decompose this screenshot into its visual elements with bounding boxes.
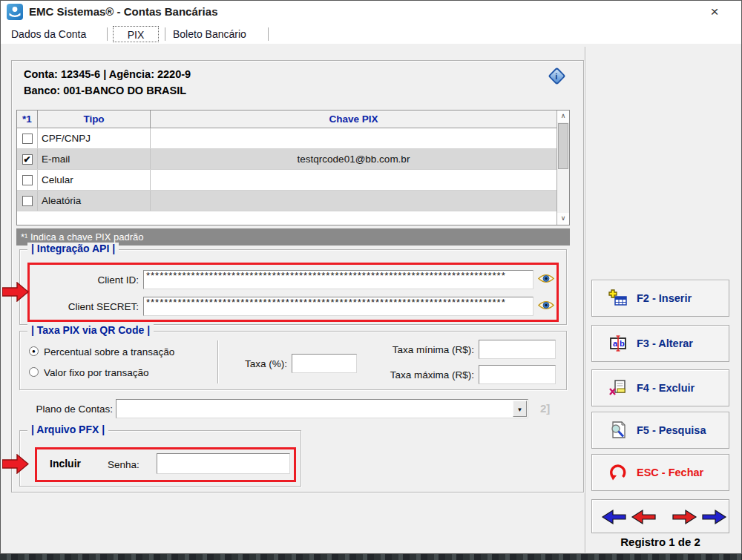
tab-boleto-bancario[interactable]: Boleto Bancário bbox=[170, 26, 249, 42]
button-label: F5 - Pesquisa bbox=[637, 424, 706, 436]
radio-percentual-label[interactable]: Percentual sobre a transação bbox=[44, 346, 174, 358]
esc-fechar-button[interactable]: ESC - Fechar bbox=[591, 454, 729, 491]
combobox-dropdown-button[interactable]: ▼ bbox=[513, 401, 527, 417]
client-id-label: Client ID: bbox=[35, 274, 139, 286]
pix-tab-panel: Conta: 12345-6 | Agência: 2220-9 Banco: … bbox=[11, 60, 584, 493]
pix-keys-table: *1 Tipo Chave PIX CPF/CNPJ ✔ E-mail test… bbox=[16, 110, 570, 225]
edit-rename-icon: a b bbox=[608, 335, 628, 352]
tab-pix[interactable]: PIX bbox=[113, 26, 159, 42]
screenshot-root: EMC Sistemas® - Contas Bancárias × Dados… bbox=[0, 0, 742, 560]
last-record-arrow-icon[interactable] bbox=[702, 509, 727, 525]
search-icon bbox=[608, 421, 628, 439]
arquivo-pfx-title: | Arquivo PFX | bbox=[27, 424, 108, 435]
taxa-maxima-input[interactable] bbox=[479, 365, 556, 384]
scroll-down-icon[interactable]: ∨ bbox=[557, 213, 569, 225]
reveal-client-id-eye-icon[interactable] bbox=[538, 273, 554, 284]
bank-line: Banco: 001-BANCO DO BRASIL bbox=[24, 85, 186, 96]
radio-dot: ● bbox=[30, 347, 38, 355]
table-header-row: *1 Tipo Chave PIX bbox=[17, 111, 556, 128]
f3-alterar-button[interactable]: a b F3 - Alterar bbox=[591, 325, 729, 362]
integracao-api-group: | Integração API | Client ID: **********… bbox=[19, 249, 567, 325]
taxa-minima-label: Taxa mínima (R$): bbox=[314, 344, 474, 355]
default-key-column-header: *1 bbox=[17, 111, 38, 128]
tab-strip: Dados da Conta PIX Boleto Bancário bbox=[1, 23, 741, 44]
record-navigation-panel bbox=[591, 499, 729, 533]
taxa-pix-title: | Taxa PIX via QR Code | bbox=[27, 324, 154, 336]
client-id-field[interactable]: ****************************************… bbox=[143, 270, 533, 289]
taxa-minima-input[interactable] bbox=[479, 340, 556, 359]
close-button[interactable]: × bbox=[697, 1, 732, 23]
app-logo-icon bbox=[7, 4, 23, 20]
plano-de-contas-combobox[interactable]: ▼ bbox=[116, 399, 528, 418]
close-loop-icon bbox=[608, 464, 628, 481]
taxa-label: Taxa (%): bbox=[228, 358, 287, 369]
pix-key-type: CPF/CNPJ bbox=[38, 128, 151, 148]
first-record-arrow-icon[interactable] bbox=[601, 509, 626, 525]
account-agency-line: Conta: 12345-6 | Agência: 2220-9 bbox=[24, 68, 191, 80]
record-status: Registro 1 de 2 bbox=[591, 536, 729, 548]
client-secret-field[interactable]: ****************************************… bbox=[143, 297, 533, 316]
senha-input[interactable] bbox=[157, 453, 290, 474]
default-key-checkbox[interactable] bbox=[22, 175, 33, 185]
pix-key-type: E-mail bbox=[38, 149, 151, 169]
f4-excluir-button[interactable]: F4 - Excluir bbox=[591, 369, 729, 406]
annotation-arrow-pfx-icon bbox=[2, 454, 29, 474]
tab-separator bbox=[268, 27, 269, 41]
f5-pesquisa-button[interactable]: F5 - Pesquisa bbox=[591, 412, 729, 449]
senha-label: Senha: bbox=[108, 459, 154, 470]
scroll-up-icon[interactable]: ∧ bbox=[557, 111, 569, 122]
radio-valor-fixo[interactable] bbox=[29, 367, 39, 377]
table-row[interactable]: ✔ E-mail testqrcode01@bb.com.br bbox=[17, 149, 556, 170]
table-scrollbar[interactable]: ∧ ∨ bbox=[556, 111, 569, 225]
tab-separator bbox=[165, 27, 165, 41]
group-divider bbox=[217, 340, 218, 383]
plano-de-contas-label: Plano de Contas: bbox=[30, 403, 113, 415]
client-secret-label: Client SECRET: bbox=[35, 301, 139, 312]
app-window: EMC Sistemas® - Contas Bancárias × Dados… bbox=[0, 0, 742, 554]
delete-record-icon bbox=[608, 379, 628, 397]
table-row[interactable]: Aleatória bbox=[17, 191, 556, 211]
button-label: F2 - Inserir bbox=[637, 292, 692, 304]
radio-valor-fixo-label[interactable]: Valor fixo por transação bbox=[44, 367, 149, 378]
taxa-maxima-label: Taxa máxima (R$): bbox=[314, 369, 474, 381]
lookup-disabled-icon: 2] bbox=[540, 402, 550, 415]
tab-separator bbox=[107, 27, 108, 41]
svg-text:a: a bbox=[613, 339, 618, 348]
integracao-api-title: | Integração API | bbox=[27, 243, 119, 254]
button-label: F4 - Excluir bbox=[637, 382, 695, 394]
next-record-arrow-icon[interactable] bbox=[672, 509, 697, 525]
client-id-masked-value: ****************************************… bbox=[144, 271, 530, 280]
f2-inserir-button[interactable]: F2 - Inserir bbox=[591, 280, 729, 317]
client-secret-masked-value: ****************************************… bbox=[144, 297, 530, 307]
radio-percentual[interactable]: ● bbox=[29, 346, 39, 356]
default-key-checkbox[interactable]: ✔ bbox=[22, 154, 33, 165]
pix-key-type: Celular bbox=[38, 170, 151, 190]
window-title: EMC Sistemas® - Contas Bancárias bbox=[29, 5, 217, 18]
previous-record-arrow-icon[interactable] bbox=[631, 509, 656, 525]
chevron-down-icon: ▼ bbox=[517, 406, 523, 413]
table-row[interactable]: CPF/CNPJ bbox=[17, 128, 556, 149]
button-label: ESC - Fechar bbox=[637, 467, 703, 478]
table-row[interactable]: Celular bbox=[17, 170, 556, 191]
tipo-column-header: Tipo bbox=[38, 111, 151, 128]
desktop-edge-strip bbox=[0, 554, 742, 560]
incluir-button[interactable]: Incluir bbox=[50, 458, 81, 470]
tab-dados-da-conta[interactable]: Dados da Conta bbox=[8, 26, 89, 42]
button-label: F3 - Alterar bbox=[637, 337, 693, 349]
arquivo-pfx-group: | Arquivo PFX | Incluir Senha: bbox=[19, 430, 301, 487]
panel-sidebar-divider bbox=[585, 47, 585, 553]
default-key-checkbox[interactable] bbox=[22, 196, 33, 206]
scrollbar-thumb[interactable] bbox=[558, 123, 568, 169]
insert-record-icon bbox=[608, 289, 628, 307]
taxa-pix-group: | Taxa PIX via QR Code | ● Percentual so… bbox=[19, 331, 567, 390]
reveal-client-secret-eye-icon[interactable] bbox=[538, 300, 554, 311]
pix-key-value: testqrcode01@bb.com.br bbox=[151, 154, 556, 165]
info-icon[interactable]: i bbox=[548, 67, 565, 85]
chave-pix-column-header: Chave PIX bbox=[151, 111, 556, 128]
title-bar: EMC Sistemas® - Contas Bancárias × bbox=[1, 1, 741, 23]
default-key-checkbox[interactable] bbox=[22, 134, 33, 144]
svg-text:b: b bbox=[620, 339, 625, 348]
annotation-arrow-api-icon bbox=[2, 282, 29, 302]
pix-key-type: Aleatória bbox=[38, 191, 151, 211]
